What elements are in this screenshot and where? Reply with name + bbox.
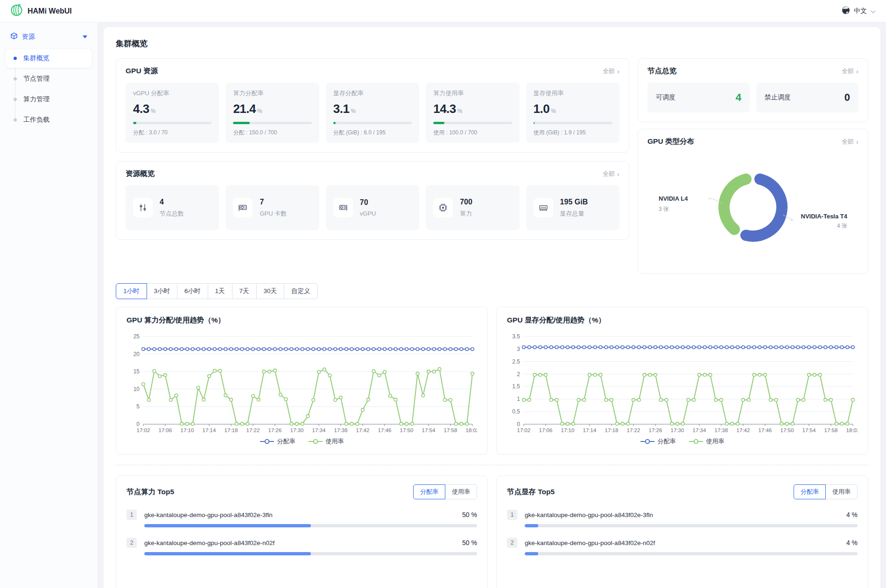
sidebar-item-node-management[interactable]: 节点管理 bbox=[6, 70, 92, 88]
resource-tile: 195 GiB显存总量 bbox=[526, 185, 619, 230]
memory-trend-card: GPU 显存分配/使用趋势（%） 00.511.522.533.517:0217… bbox=[496, 307, 868, 455]
metric-value-row: 1.0% bbox=[534, 102, 612, 116]
node-name: gke-kantaloupe-demo-gpu-pool-a843f02e-3f… bbox=[144, 511, 273, 518]
rank-badge: 1 bbox=[507, 510, 517, 520]
schedulable-tile: 可调度 4 bbox=[647, 83, 750, 112]
svg-text:17:46: 17:46 bbox=[378, 427, 392, 433]
sidebar-item-label: 工作负载 bbox=[23, 116, 49, 123]
top5-toggle-0[interactable]: 分配率 bbox=[794, 484, 826, 499]
node-percent-value: 50 % bbox=[462, 511, 477, 518]
resource-tile-text: 195 GiB显存总量 bbox=[560, 198, 588, 218]
resource-tiles: 4节点总数7GPU 卡数70vGPU700算力195 GiB显存总量 bbox=[126, 185, 619, 230]
resource-overview-view-all-link[interactable]: 全部 › bbox=[603, 170, 619, 178]
sidebar-item-label: 集群概览 bbox=[23, 54, 49, 62]
legend-item-使用率[interactable]: 使用率 bbox=[309, 437, 344, 446]
sidebar-item-label: 节点管理 bbox=[23, 75, 49, 82]
resource-tile-label: vGPU bbox=[360, 210, 376, 217]
metric-label: 算力使用率 bbox=[433, 89, 512, 98]
sidebar-group-resources[interactable]: 资源 bbox=[6, 28, 92, 45]
top5-bar-fill bbox=[144, 524, 311, 527]
sidebar: 资源 集群概览节点管理算力管理工作负载 bbox=[0, 22, 98, 588]
svg-text:17:50: 17:50 bbox=[781, 427, 794, 433]
time-range-option-1[interactable]: 3小时 bbox=[147, 283, 178, 299]
time-range-option-2[interactable]: 6小时 bbox=[177, 283, 208, 299]
rank-badge: 1 bbox=[127, 510, 137, 520]
time-range-option-0[interactable]: 1小时 bbox=[116, 283, 147, 299]
svg-text:18:02: 18:02 bbox=[466, 427, 477, 433]
node-compute-top5-title: 节点算力 Top5 bbox=[127, 487, 174, 497]
top5-bar-track bbox=[144, 524, 477, 527]
svg-text:25: 25 bbox=[134, 333, 140, 340]
sidebar-item-workloads[interactable]: 工作负载 bbox=[6, 111, 92, 129]
top5-bar-track bbox=[525, 552, 858, 555]
metric-value: 21.4 bbox=[233, 102, 256, 116]
memory-trend-legend: 分配率使用率 bbox=[507, 437, 858, 448]
top5-toggle-1[interactable]: 使用率 bbox=[825, 484, 858, 499]
sidebar-item-cluster-overview[interactable]: 集群概览 bbox=[6, 49, 92, 68]
node-overview-view-all-link[interactable]: 全部 › bbox=[842, 67, 858, 76]
top5-toggle-1[interactable]: 使用率 bbox=[445, 484, 477, 499]
app-title: HAMi WebUI bbox=[28, 7, 72, 15]
svg-text:17:34: 17:34 bbox=[312, 427, 326, 433]
language-selector[interactable]: 中文 bbox=[842, 6, 876, 16]
sidebar-item-compute-management[interactable]: 算力管理 bbox=[6, 90, 92, 109]
main-area: 集群概览 GPU 资源 全部 › vGPU 分配率4.3%分配 : 3.0 / … bbox=[98, 22, 886, 588]
svg-text:15: 15 bbox=[134, 368, 140, 375]
donut-label-count: 4 张 bbox=[837, 223, 847, 229]
vgpu-icon bbox=[333, 198, 353, 217]
legend-item-分配率[interactable]: 分配率 bbox=[640, 437, 676, 446]
metric-unit: % bbox=[457, 108, 463, 114]
metric-value: 14.3 bbox=[433, 102, 456, 116]
legend-label: 分配率 bbox=[658, 437, 676, 446]
top5-toggle-0[interactable]: 分配率 bbox=[413, 484, 445, 499]
metric-value-row: 4.3% bbox=[133, 102, 211, 116]
schedulable-label: 可调度 bbox=[656, 93, 675, 102]
metric-progress-track bbox=[534, 122, 612, 124]
time-range-option-5[interactable]: 30天 bbox=[256, 283, 285, 299]
metric-subtext: 分配 (GiB) : 6.0 / 195 bbox=[333, 129, 412, 137]
svg-text:17:26: 17:26 bbox=[649, 427, 662, 433]
metric-unit: % bbox=[257, 108, 262, 114]
metric-unit: % bbox=[151, 108, 156, 114]
resource-tile-label: GPU 卡数 bbox=[260, 210, 287, 218]
gpu-type-view-all-link[interactable]: 全部 › bbox=[842, 138, 858, 146]
svg-text:17:58: 17:58 bbox=[824, 427, 838, 433]
svg-text:2.5: 2.5 bbox=[512, 358, 520, 365]
svg-text:17:26: 17:26 bbox=[268, 427, 282, 433]
memory-trend-title: GPU 显存分配/使用趋势（%） bbox=[507, 315, 858, 325]
time-range-option-4[interactable]: 7天 bbox=[232, 283, 257, 299]
gpu-resources-view-all-link[interactable]: 全部 › bbox=[603, 67, 619, 76]
legend-label: 使用率 bbox=[706, 437, 724, 446]
metric-label: 显存分配率 bbox=[333, 89, 412, 98]
node-memory-top5-card: 节点显存 Top5 分配率使用率 1gke-kantaloupe-demo-gp… bbox=[496, 476, 868, 588]
gpu-metrics: vGPU 分配率4.3%分配 : 3.0 / 70算力分配率21.4%分配 : … bbox=[126, 83, 619, 143]
metric-label: 显存使用率 bbox=[534, 89, 612, 98]
metric-subtext: 分配 : 3.0 / 70 bbox=[133, 129, 211, 137]
top5-row-item: 1gke-kantaloupe-demo-gpu-pool-a843f02e-3… bbox=[127, 510, 477, 527]
node-overview-card: 节点总览 全部 › 可调度 4 禁止调度 0 bbox=[638, 58, 868, 122]
resource-tile-value: 70 bbox=[360, 198, 376, 207]
svg-text:5: 5 bbox=[136, 403, 140, 410]
svg-text:17:50: 17:50 bbox=[400, 427, 414, 433]
chevron-right-icon: › bbox=[856, 68, 858, 75]
metric-progress-fill bbox=[433, 122, 444, 124]
memory-icon bbox=[534, 198, 553, 217]
unschedulable-label: 禁止调度 bbox=[765, 93, 791, 102]
sidebar-group-label: 资源 bbox=[22, 33, 35, 41]
svg-text:18:02: 18:02 bbox=[846, 427, 858, 433]
svg-text:20: 20 bbox=[134, 351, 140, 357]
time-range-option-6[interactable]: 自定义 bbox=[284, 283, 318, 299]
time-range-option-3[interactable]: 1天 bbox=[208, 283, 232, 299]
node-compute-top5-rows: 1gke-kantaloupe-demo-gpu-pool-a843f02e-3… bbox=[127, 510, 477, 555]
resource-tile-value: 4 bbox=[160, 198, 184, 206]
legend-item-分配率[interactable]: 分配率 bbox=[260, 437, 295, 446]
app-header: HAMi WebUI 中文 bbox=[0, 0, 886, 22]
top5-bar-fill bbox=[525, 552, 538, 555]
metric-subtext: 使用 : 100.0 / 700 bbox=[433, 129, 512, 137]
page-title: 集群概览 bbox=[116, 38, 868, 49]
svg-text:17:10: 17:10 bbox=[561, 427, 575, 433]
node-percent-value: 4 % bbox=[846, 539, 858, 546]
compute-trend-legend: 分配率使用率 bbox=[127, 437, 477, 448]
legend-item-使用率[interactable]: 使用率 bbox=[689, 437, 724, 446]
resource-tile: 4节点总数 bbox=[126, 185, 219, 230]
